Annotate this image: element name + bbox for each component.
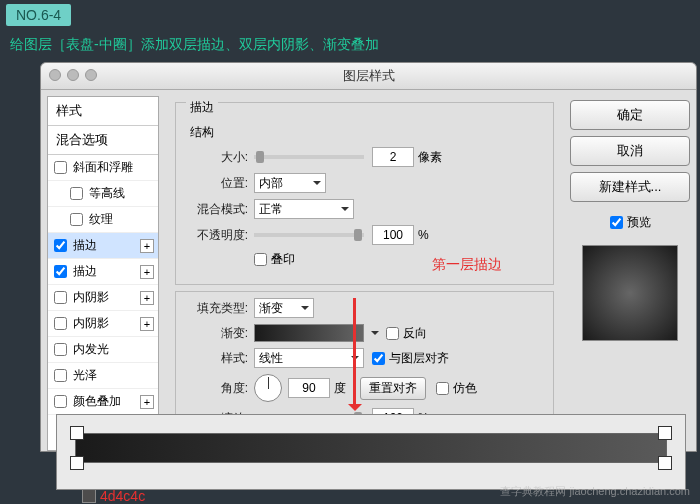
angle-dial[interactable] <box>254 374 282 402</box>
color-code-label: 4d4c4c <box>82 488 145 504</box>
style-item-label: 光泽 <box>73 367 97 384</box>
window-controls[interactable] <box>49 69 97 81</box>
reset-align-button[interactable]: 重置对齐 <box>360 377 426 400</box>
color-stop-left[interactable] <box>70 456 84 470</box>
style-item-6[interactable]: 内阴影+ <box>48 311 158 337</box>
style-item-5[interactable]: 内阴影+ <box>48 285 158 311</box>
color-stop-right[interactable] <box>658 456 672 470</box>
styles-header[interactable]: 样式 <box>48 97 158 126</box>
style-item-label: 斜面和浮雕 <box>73 159 133 176</box>
style-item-checkbox[interactable] <box>54 161 67 174</box>
style-item-8[interactable]: 光泽 <box>48 363 158 389</box>
dither-label: 仿色 <box>453 380 477 397</box>
stroke-group-title: 描边 <box>186 99 218 116</box>
position-dropdown[interactable]: 内部 <box>254 173 326 193</box>
size-label: 大小: <box>186 149 248 166</box>
filltype-dropdown[interactable]: 渐变 <box>254 298 314 318</box>
align-checkbox[interactable] <box>372 352 385 365</box>
new-style-button[interactable]: 新建样式... <box>570 172 690 202</box>
overprint-checkbox[interactable] <box>254 253 267 266</box>
style-item-checkbox[interactable] <box>70 187 83 200</box>
ok-button[interactable]: 确定 <box>570 100 690 130</box>
style-item-3[interactable]: 描边+ <box>48 233 158 259</box>
gradient-editor[interactable] <box>56 414 686 490</box>
style-item-9[interactable]: 颜色叠加+ <box>48 389 158 415</box>
style-item-label: 描边 <box>73 263 97 280</box>
style-item-checkbox[interactable] <box>54 395 67 408</box>
gradient-track[interactable] <box>75 433 667 463</box>
overprint-label: 叠印 <box>271 251 295 268</box>
style-dropdown[interactable]: 线性 <box>254 348 364 368</box>
style-item-checkbox[interactable] <box>54 343 67 356</box>
dither-checkbox[interactable] <box>436 382 449 395</box>
size-slider[interactable] <box>254 155 364 159</box>
preview-checkbox[interactable] <box>610 216 623 229</box>
gradient-label: 渐变: <box>186 325 248 342</box>
cancel-button[interactable]: 取消 <box>570 136 690 166</box>
dialog-title: 图层样式 <box>343 68 395 83</box>
blend-options-item[interactable]: 混合选项 <box>48 126 158 155</box>
preview-label: 预览 <box>627 214 651 231</box>
style-item-label: 描边 <box>73 237 97 254</box>
angle-unit: 度 <box>334 380 346 397</box>
style-item-checkbox[interactable] <box>54 265 67 278</box>
add-effect-icon[interactable]: + <box>140 395 154 409</box>
add-effect-icon[interactable]: + <box>140 291 154 305</box>
style-item-label: 纹理 <box>89 211 113 228</box>
opacity-stop-left[interactable] <box>70 426 84 440</box>
add-effect-icon[interactable]: + <box>140 317 154 331</box>
style-item-2[interactable]: 纹理 <box>48 207 158 233</box>
style-item-4[interactable]: 描边+ <box>48 259 158 285</box>
size-input[interactable] <box>372 147 414 167</box>
blend-dropdown[interactable]: 正常 <box>254 199 354 219</box>
blend-label: 混合模式: <box>186 201 248 218</box>
opacity-slider[interactable] <box>254 233 364 237</box>
style-item-label: 内发光 <box>73 341 109 358</box>
style-item-1[interactable]: 等高线 <box>48 181 158 207</box>
style-item-checkbox[interactable] <box>54 317 67 330</box>
step-subtitle: 给图层［表盘-中圈］添加双层描边、双层内阴影、渐变叠加 <box>10 36 379 54</box>
styles-list-panel: 样式 混合选项 斜面和浮雕等高线纹理描边+描边+内阴影+内阴影+内发光光泽颜色叠… <box>47 96 159 451</box>
color-swatch-icon <box>82 489 96 503</box>
opacity-stop-right[interactable] <box>658 426 672 440</box>
style-item-0[interactable]: 斜面和浮雕 <box>48 155 158 181</box>
style-label: 样式: <box>186 350 248 367</box>
opacity-label: 不透明度: <box>186 227 248 244</box>
style-item-label: 内阴影 <box>73 315 109 332</box>
position-label: 位置: <box>186 175 248 192</box>
align-label: 与图层对齐 <box>389 350 449 367</box>
step-badge: NO.6-4 <box>6 4 71 26</box>
annotation-arrow-icon <box>353 298 356 408</box>
style-item-label: 颜色叠加 <box>73 393 121 410</box>
reverse-checkbox[interactable] <box>386 327 399 340</box>
stroke-settings-panel: 描边 结构 大小: 像素 位置: 内部 混合模式: 正常 不透明度: <box>165 96 564 451</box>
reverse-label: 反向 <box>403 325 427 342</box>
opacity-unit: % <box>418 228 429 242</box>
add-effect-icon[interactable]: + <box>140 239 154 253</box>
color-code-text: 4d4c4c <box>100 488 145 504</box>
gradient-picker[interactable] <box>254 324 364 342</box>
style-item-7[interactable]: 内发光 <box>48 337 158 363</box>
filltype-label: 填充类型: <box>186 300 248 317</box>
dialog-titlebar: 图层样式 <box>41 63 696 90</box>
style-item-label: 等高线 <box>89 185 125 202</box>
style-item-checkbox[interactable] <box>70 213 83 226</box>
preview-thumbnail <box>582 245 678 341</box>
annotation-first-stroke: 第一层描边 <box>432 256 502 274</box>
opacity-input[interactable] <box>372 225 414 245</box>
style-item-checkbox[interactable] <box>54 291 67 304</box>
dialog-actions: 确定 取消 新建样式... 预览 <box>570 96 690 451</box>
style-item-checkbox[interactable] <box>54 369 67 382</box>
style-item-label: 内阴影 <box>73 289 109 306</box>
structure-title: 结构 <box>190 124 543 141</box>
add-effect-icon[interactable]: + <box>140 265 154 279</box>
angle-input[interactable] <box>288 378 330 398</box>
style-item-checkbox[interactable] <box>54 239 67 252</box>
layer-style-dialog: 图层样式 样式 混合选项 斜面和浮雕等高线纹理描边+描边+内阴影+内阴影+内发光… <box>40 62 697 452</box>
angle-label: 角度: <box>186 380 248 397</box>
watermark: 查字典教程网 jiaocheng.chazidian.com <box>500 485 690 498</box>
size-unit: 像素 <box>418 149 442 166</box>
